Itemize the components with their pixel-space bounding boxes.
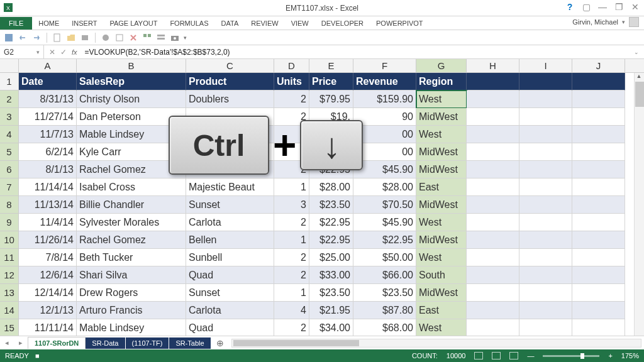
tab-review[interactable]: REVIEW [245,17,284,30]
cell[interactable] [467,214,519,231]
header-cell[interactable]: Region [416,73,467,90]
cell[interactable]: Beth Tucker [77,249,186,266]
cell[interactable]: West [416,90,467,108]
cell[interactable]: Quad [186,266,274,284]
sheet-tab[interactable]: SR-Data [86,337,125,349]
cell[interactable] [519,108,572,126]
horizontal-scrollbar[interactable] [231,339,641,348]
col-header-j[interactable]: J [572,59,625,72]
cell[interactable] [572,302,625,319]
cell[interactable]: $50.00 [353,249,416,266]
ribbon-options-icon[interactable]: ▢ [581,3,591,13]
cell[interactable] [572,143,625,161]
cell[interactable] [572,231,625,249]
cell[interactable] [519,302,572,319]
cell[interactable]: 7/8/14 [19,249,77,266]
formula-input[interactable]: =VLOOKUP(B2,'SR-Data'!$A$2:$B$73,2,0) [82,48,629,57]
row-header[interactable]: 1 [0,73,19,90]
cell[interactable]: West [416,214,467,231]
zoom-slider[interactable] [543,355,599,357]
speak-icon[interactable] [101,33,111,43]
cell[interactable]: 11/11/14 [19,319,77,337]
cell[interactable]: 3 [274,196,309,214]
cell[interactable]: 11/14/14 [19,178,77,196]
cell[interactable] [572,214,625,231]
camera-icon[interactable] [170,33,180,43]
border-icon[interactable] [114,33,125,43]
row-header[interactable]: 3 [0,108,19,126]
col-header-c[interactable]: C [186,59,274,72]
restore-icon[interactable]: ❐ [614,3,624,13]
cell[interactable]: 2 [274,249,309,266]
help-icon[interactable]: ? [565,3,575,13]
header-cell[interactable] [572,73,625,90]
col-header-e[interactable]: E [309,59,353,72]
cell[interactable]: $33.00 [309,266,353,284]
tab-file[interactable]: FILE [0,17,32,30]
cell[interactable]: 6/2/14 [19,143,77,161]
form-icon[interactable] [156,33,166,43]
cell[interactable] [467,284,519,302]
cell[interactable]: $70.50 [353,196,416,214]
close-icon[interactable]: ✕ [630,3,640,13]
cell[interactable]: 1 [274,231,309,249]
cell[interactable]: 4 [274,302,309,319]
cell[interactable]: Sylvester Morales [77,214,186,231]
cell[interactable] [467,249,519,266]
zoom-out-icon[interactable]: — [527,352,534,359]
cell[interactable]: East [416,178,467,196]
cell[interactable] [572,196,625,214]
cell[interactable]: 2 [274,214,309,231]
cell[interactable] [572,319,625,337]
sheet-tab[interactable]: (1107-TF) [126,337,170,349]
cell[interactable]: $23.50 [309,284,353,302]
cell[interactable]: 11/27/14 [19,108,77,126]
cell[interactable]: Drew Rogers [77,284,186,302]
cell[interactable]: MidWest [416,108,467,126]
cell[interactable] [467,231,519,249]
header-cell[interactable]: Units [274,73,309,90]
header-cell[interactable]: Date [19,73,77,90]
minimize-icon[interactable]: — [597,3,608,13]
row-header[interactable]: 9 [0,214,19,231]
col-header-f[interactable]: F [353,59,416,72]
cell[interactable]: 2 [274,319,309,337]
cell[interactable]: MidWest [416,231,467,249]
cell[interactable]: 8/1/13 [19,161,77,178]
cell[interactable] [572,266,625,284]
cell[interactable]: 12/6/14 [19,266,77,284]
cell[interactable]: Carlota [186,302,274,319]
cell[interactable] [519,319,572,337]
cell[interactable]: Billie Chandler [77,196,186,214]
cell[interactable] [467,108,519,126]
normal-view-icon[interactable] [474,352,483,359]
user-account[interactable]: Girvin, Michael ▾ [567,14,644,30]
col-header-b[interactable]: B [77,59,186,72]
cell[interactable] [519,266,572,284]
tab-powerpivot[interactable]: POWERPIVOT [370,17,430,30]
qat-customize-icon[interactable]: ▾ [184,35,187,41]
cell[interactable]: West [416,249,467,266]
cell[interactable]: Majestic Beaut [186,178,274,196]
row-header[interactable]: 12 [0,266,19,284]
cell[interactable] [467,196,519,214]
page-layout-view-icon[interactable] [492,352,501,359]
cell[interactable]: 2 [274,90,309,108]
cell[interactable]: Sunset [186,196,274,214]
vertical-scrollbar[interactable]: ▲ ▼ [634,73,644,347]
fx-icon[interactable]: fx [72,48,77,56]
select-all-corner[interactable] [0,59,19,72]
cell[interactable] [572,284,625,302]
cell[interactable]: 1 [274,178,309,196]
cell[interactable]: Arturo Francis [77,302,186,319]
cell[interactable] [519,231,572,249]
header-cell[interactable]: SalesRep [77,73,186,90]
cell[interactable]: 11/13/14 [19,196,77,214]
cell[interactable]: $25.00 [309,249,353,266]
cell[interactable]: $34.00 [309,319,353,337]
cell[interactable]: 12/1/13 [19,302,77,319]
cell[interactable] [467,302,519,319]
cell[interactable]: Rachel Gomez [77,231,186,249]
tab-page-layout[interactable]: PAGE LAYOUT [103,17,164,30]
cell[interactable] [519,126,572,143]
